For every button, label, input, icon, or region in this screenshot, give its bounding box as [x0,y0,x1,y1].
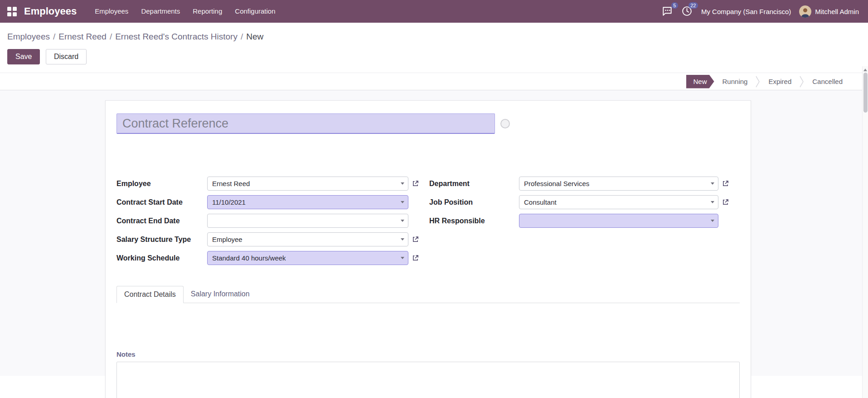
tab-salary-information[interactable]: Salary Information [184,285,257,303]
field-label: Salary Structure Type [116,236,207,244]
top-navbar: Employees Employees Departments Reportin… [0,0,868,23]
breadcrumb-employees[interactable]: Employees [7,32,50,41]
external-link-icon[interactable] [722,180,729,187]
working-schedule-input[interactable] [207,251,408,265]
field-label: Department [429,180,519,188]
dropdown-caret-icon[interactable] [711,220,714,222]
action-buttons: Save Discard [7,49,861,64]
messages-badge: 5 [671,2,678,9]
field-label: HR Responsible [429,217,519,225]
breadcrumb-contracts-history[interactable]: Ernest Reed's Contracts History [115,32,238,41]
field-label: Job Position [429,198,519,206]
title-row [116,113,740,134]
external-link-icon[interactable] [412,255,419,261]
vertical-scrollbar[interactable] [862,66,868,398]
field-row-job-position: Job Position [429,195,740,209]
chat-bubble-icon [661,5,673,17]
discard-button[interactable]: Discard [46,49,87,64]
menu-item-departments[interactable]: Departments [135,0,186,23]
breadcrumb-current: New [246,32,263,41]
user-menu[interactable]: Mitchell Admin [799,5,859,18]
contract-reference-input[interactable] [116,113,495,134]
employee-input[interactable] [207,177,408,191]
messages-button[interactable]: 5 [661,5,673,17]
user-avatar [799,5,811,18]
tab-contract-details[interactable]: Contract Details [116,286,184,303]
company-switcher[interactable]: My Company (San Francisco) [701,8,791,15]
breadcrumb: Employees/Ernest Reed/Ernest Reed's Cont… [7,31,861,43]
dropdown-caret-icon[interactable] [711,182,714,185]
form-sheet: Employee Contract Start Date [105,100,751,398]
department-input[interactable] [519,177,718,191]
field-row-hr-responsible: HR Responsible [429,214,740,228]
external-link-icon[interactable] [412,180,419,187]
contract-end-date-input[interactable] [207,214,408,228]
chevron-separator-icon [800,75,804,88]
field-row-department: Department [429,177,740,191]
dropdown-caret-icon[interactable] [401,220,404,222]
apps-menu-icon[interactable] [7,7,17,16]
status-circle-icon [500,119,510,128]
user-name: Mitchell Admin [815,8,859,15]
scrollbar-up-arrow-icon[interactable] [863,69,867,71]
field-row-working-schedule: Working Schedule [116,251,429,265]
field-group-right: Department Job Position [429,177,740,270]
save-button[interactable]: Save [7,49,40,64]
job-position-input[interactable] [519,195,718,209]
notes-label: Notes [116,350,740,358]
field-label: Working Schedule [116,254,207,262]
salary-structure-type-input[interactable] [207,232,408,246]
navbar-right: 5 22 My Company (San Francisco) Mitchell… [661,5,859,18]
hr-responsible-input[interactable] [519,214,718,228]
chevron-separator-icon [756,75,760,88]
dropdown-caret-icon[interactable] [401,201,404,203]
external-link-icon[interactable] [722,199,729,206]
field-row-contract-end-date: Contract End Date [116,214,429,228]
breadcrumb-separator: / [107,32,115,41]
field-row-contract-start-date: Contract Start Date [116,195,429,209]
field-row-employee: Employee [116,177,429,191]
scrollbar-thumb[interactable] [863,73,868,113]
dropdown-caret-icon[interactable] [401,182,404,185]
dropdown-caret-icon[interactable] [711,201,714,203]
activities-button[interactable]: 22 [681,5,693,17]
status-step-cancelled[interactable]: Cancelled [804,73,851,90]
app-menu: Employees Departments Reporting Configur… [88,0,281,23]
field-label: Contract Start Date [116,198,207,206]
notes-textarea[interactable] [116,362,740,398]
status-step-expired[interactable]: Expired [760,73,800,90]
breadcrumb-ernest-reed[interactable]: Ernest Reed [58,32,107,41]
field-row-salary-structure-type: Salary Structure Type [116,232,429,246]
status-step-running[interactable]: Running [714,73,756,90]
contract-start-date-input[interactable] [207,195,408,209]
status-step-new[interactable]: New [686,75,714,88]
menu-item-reporting[interactable]: Reporting [186,0,228,23]
form-view-background: Employee Contract Start Date [0,90,868,376]
breadcrumb-separator: / [50,32,58,41]
field-label: Contract End Date [116,217,207,225]
app-title[interactable]: Employees [24,5,77,17]
control-panel: Employees/Ernest Reed/Ernest Reed's Cont… [0,23,868,73]
field-label: Employee [116,180,207,188]
external-link-icon[interactable] [412,236,419,243]
field-groups: Employee Contract Start Date [116,177,740,270]
dropdown-caret-icon[interactable] [401,257,404,259]
field-group-left: Employee Contract Start Date [116,177,429,270]
breadcrumb-separator: / [238,32,246,41]
menu-item-configuration[interactable]: Configuration [228,0,281,23]
dropdown-caret-icon[interactable] [401,238,404,241]
menu-item-employees[interactable]: Employees [88,0,135,23]
activities-badge: 22 [689,2,698,9]
notebook-tabs: Contract Details Salary Information [116,285,740,303]
statusbar: New Running Expired Cancelled [0,73,868,90]
